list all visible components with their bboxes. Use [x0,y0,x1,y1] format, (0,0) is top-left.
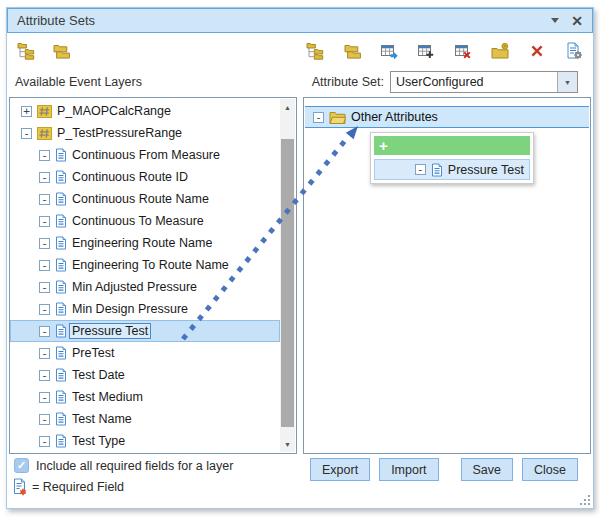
collapse-toggle[interactable]: - [39,392,50,403]
tree-item-p-testpressurerange[interactable]: - P_TestPressureRange [10,122,280,144]
required-field-icon [13,478,27,496]
button-spacer [448,458,452,481]
tree-item-label: Min Adjusted Pressure [72,280,197,294]
required-field-label: = Required Field [32,480,124,494]
collapse-toggle[interactable]: - [39,436,50,447]
tree-item-label: Test Name [72,412,132,426]
document-settings-icon [565,42,583,60]
tree-item-continuous-route-name[interactable]: - Continuous Route Name [10,188,280,210]
collapse-toggle[interactable]: - [39,172,50,183]
collapse-toggle[interactable]: - [39,304,50,315]
attribute-tree-folders-icon [306,42,324,60]
open-layers-button[interactable] [51,41,71,61]
resize-grip[interactable] [578,493,590,505]
tree-item-min-design-pressure[interactable]: - Min Design Pressure [10,298,280,320]
collapse-toggle[interactable]: - [313,112,324,123]
tree-item-label: Min Design Pressure [72,302,188,316]
expand-toggle[interactable]: + [21,106,32,117]
tree-item-test-type[interactable]: - Test Type [10,430,280,452]
collapse-toggle[interactable]: - [39,348,50,359]
open-folders-icon [52,42,70,60]
layer-tree-folders-icon [17,42,35,60]
tree-item-min-adjusted-pressure[interactable]: - Min Adjusted Pressure [10,276,280,298]
field-icon [55,346,67,360]
tree-item-label: Test Type [72,434,125,448]
collapse-toggle[interactable]: - [39,282,50,293]
table-remove-button[interactable] [453,41,473,61]
tree-item-label: Continuous From Measure [72,148,220,162]
required-field-legend: = Required Field [13,478,124,496]
collapse-toggle[interactable]: - [39,326,50,337]
layer-tree-button[interactable] [16,41,36,61]
collapse-toggle[interactable]: - [39,414,50,425]
footer-buttons: Export Import Save Close [310,458,578,481]
table-add-button[interactable] [416,41,436,61]
delete-button[interactable] [527,41,547,61]
save-button[interactable]: Save [461,458,514,481]
field-icon [55,236,67,250]
chevron-down-icon[interactable] [551,18,559,23]
tree-item-label: Engineering Route Name [72,236,212,250]
tree-item-label: P_MAOPCalcRange [57,104,171,118]
tree-item-test-medium[interactable]: - Test Medium [10,386,280,408]
other-attributes-row[interactable]: - Other Attributes [305,106,589,128]
collapse-toggle[interactable]: - [39,260,50,271]
combobox-dropdown-button[interactable]: ▼ [557,72,577,92]
scroll-down-icon[interactable]: ▼ [280,436,295,452]
tree-item-p-maopcalcrange[interactable]: + P_MAOPCalcRange [10,100,280,122]
scrollbar-thumb[interactable] [281,139,294,427]
close-button[interactable]: Close [522,458,578,481]
collapse-toggle[interactable]: - [39,150,50,161]
tree-item-label: Continuous Route ID [72,170,188,184]
attribute-set-label: Attribute Set: [312,75,384,89]
export-button[interactable]: Export [310,458,370,481]
table-forward-icon [380,42,398,60]
tree-item-engineering-route-name[interactable]: - Engineering Route Name [10,232,280,254]
include-required-checkbox[interactable]: ✓ [14,458,29,473]
field-icon [55,214,67,228]
tree-item-continuous-to-measure[interactable]: - Continuous To Measure [10,210,280,232]
collapse-toggle[interactable]: - [39,194,50,205]
field-icon [55,324,67,338]
available-layers-panel: + P_MAOPCalcRange - P_TestPressureRange … [9,97,297,454]
field-icon [55,390,67,404]
toolbar [7,35,593,67]
folder-badge-button[interactable] [490,41,510,61]
include-required-label: Include all required fields for a layer [36,459,233,473]
delete-x-icon [528,42,546,60]
document-settings-button[interactable] [564,41,584,61]
folder-badge-icon [491,42,509,60]
open-folders-icon [343,42,361,60]
tree-item-test-name[interactable]: - Test Name [10,408,280,430]
collapse-toggle[interactable]: - [21,128,32,139]
tree-item-label: Continuous Route Name [72,192,209,206]
tree-item-label: PreTest [72,346,114,360]
collapse-toggle[interactable]: - [39,216,50,227]
available-event-layers-label: Available Event Layers [15,75,142,89]
tree-scrollbar[interactable]: ▲ ▼ [280,99,295,452]
scroll-up-icon[interactable]: ▲ [280,99,295,115]
check-icon: ✓ [17,459,26,472]
event-layers-tree: + P_MAOPCalcRange - P_TestPressureRange … [10,100,280,452]
collapse-toggle: - [415,164,426,175]
collapse-toggle[interactable]: - [39,238,50,249]
title-bar: Attribute Sets ✕ [7,8,593,33]
table-forward-button[interactable] [379,41,399,61]
tree-item-continuous-route-id[interactable]: - Continuous Route ID [10,166,280,188]
tree-item-label: Pressure Test [69,323,151,339]
open-attribute-set-button[interactable] [342,41,362,61]
collapse-toggle[interactable]: - [39,370,50,381]
tree-item-engineering-to-route-name[interactable]: - Engineering To Route Name [10,254,280,276]
tree-item-continuous-from-measure[interactable]: - Continuous From Measure [10,144,280,166]
window-title: Attribute Sets [17,13,551,28]
tree-item-test-date[interactable]: - Test Date [10,364,280,386]
field-icon [431,163,443,177]
table-add-icon [417,42,435,60]
tree-item-pressure-test[interactable]: - Pressure Test [10,320,280,342]
attribute-tree-button[interactable] [305,41,325,61]
attribute-set-combobox[interactable]: UserConfigured ▼ [390,71,578,93]
tree-item-pretest[interactable]: - PreTest [10,342,280,364]
field-icon [55,302,67,316]
import-button[interactable]: Import [379,458,438,481]
close-icon[interactable]: ✕ [571,14,583,28]
